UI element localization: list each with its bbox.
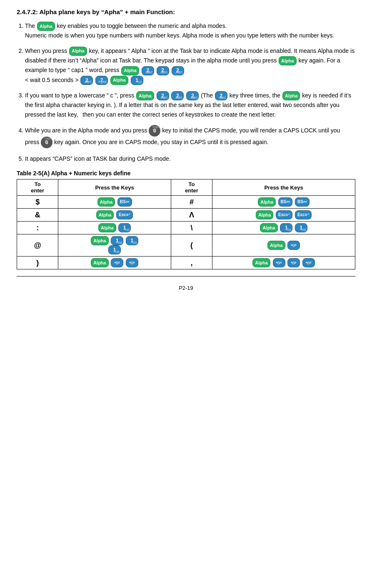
item5-text: It appears “CAPS” icon at TASK bar durin… <box>25 155 171 162</box>
item1-para2: Numeric mode is when you type numbers wi… <box>25 32 334 39</box>
left-enter-2: : <box>17 222 58 234</box>
list-item-3: If you want to type a lowercase “ c ”, p… <box>25 91 355 119</box>
num-key-2b: 2ABC <box>157 66 169 75</box>
col-header-0: Toenter <box>17 179 58 196</box>
col-header-2: Toenter <box>171 179 212 196</box>
section-title: 2.4.7.2: Alpha plane keys by “Apha” + ma… <box>17 8 355 15</box>
table-row: & Alpha Esc&^ Λ Alpha Esc&^ Esc&^ <box>17 209 355 222</box>
right-enter-3: ( <box>171 234 212 257</box>
table-row: @ Alpha 1:\@ 1:\@ 1:\@ ( Alpha •()# <box>17 234 355 257</box>
num-key-1: 1:\@ <box>131 76 143 85</box>
left-keys-2: Alpha 1:\@ <box>58 222 171 234</box>
dot-key-t5b: •()# <box>126 258 138 267</box>
caps-key-4b: Capssp0 <box>41 137 52 148</box>
col-header-1: Press the Keys <box>58 179 171 196</box>
bs-key-t1r1: BS## <box>278 197 293 207</box>
one-key-t4b: 1:\@ <box>126 236 138 245</box>
right-enter-2: \ <box>171 222 212 234</box>
item3-text-after: key three times, the <box>230 92 282 99</box>
item1-text-after: key enables you to toggle between the nu… <box>57 22 227 29</box>
list-item-4: While you are in the Alpha mode and you … <box>25 125 355 148</box>
bs-key-t1: BS## <box>117 197 132 207</box>
left-keys-3: Alpha 1:\@ 1:\@ 1:\@ <box>58 234 171 257</box>
dot-key-t5r1: •()# <box>273 258 285 267</box>
alpha-key-2-2: Alpha <box>279 56 297 65</box>
one-key-t4a: 1:\@ <box>111 236 123 245</box>
item4-text-before: While you are in the Alpha mode and you … <box>25 127 149 134</box>
item3-text-the: (The <box>201 92 215 99</box>
right-enter-4: , <box>171 257 212 269</box>
alpha-key-3-2: Alpha <box>282 91 300 100</box>
dot-key-t5a: •()# <box>111 258 123 267</box>
num-key-2a: 2ABC <box>142 66 154 75</box>
alpha-key-t3r: Alpha <box>260 223 278 232</box>
dot-key-t5r3: •()# <box>302 258 315 267</box>
left-enter-3: @ <box>17 234 58 257</box>
item1-text-before: The <box>25 22 35 29</box>
num-key-3-2c: 2ABC <box>186 91 199 100</box>
list-item-2: When you press Alpha key, it appears “ A… <box>25 46 355 85</box>
alpha-key-3-1: Alpha <box>136 91 154 100</box>
dot-key-t5r2: •()# <box>287 258 300 267</box>
item2-wait-text: < wait 0.5 seconds > <box>25 77 78 83</box>
num-key-2d: 2ABC <box>80 76 93 85</box>
page-number: P2-19 <box>17 285 355 291</box>
alpha-key-t4: Alpha <box>91 236 109 245</box>
num-key-3-2a: 2ABC <box>157 91 169 100</box>
alpha-key-2-1: Alpha <box>69 47 87 56</box>
dot-key-t4r: •()# <box>287 241 300 250</box>
right-enter-0: # <box>171 196 212 209</box>
list-item-5: It appears “CAPS” icon at TASK bar durin… <box>25 154 355 163</box>
left-enter-1: & <box>17 209 58 222</box>
item3-text-before: If you want to type a lowercase “ c ”, p… <box>25 92 136 99</box>
alpha-key-2-3: Alpha <box>121 66 139 75</box>
right-enter-1: Λ <box>171 209 212 222</box>
table-title: Table 2-5(A) Alpha + Numeric keys define <box>17 170 355 177</box>
alpha-key-1: Alpha <box>37 22 55 31</box>
alpha-key-t3: Alpha <box>98 223 116 232</box>
alpha-key-t5r: Alpha <box>252 258 270 267</box>
main-list: The Alpha key enables you to toggle betw… <box>25 21 355 163</box>
one-key-t4c: 1:\@ <box>108 245 121 254</box>
table-row: : Alpha 1:\@ \ Alpha 1:\@ 1:\@ <box>17 222 355 234</box>
left-enter-4: ) <box>17 257 58 269</box>
right-keys-1: Alpha Esc&^ Esc&^ <box>212 209 355 222</box>
right-keys-0: Alpha BS## BS## <box>212 196 355 209</box>
left-enter-0: $ <box>17 196 58 209</box>
esc-key-t2r2: Esc&^ <box>295 210 312 219</box>
left-keys-0: Alpha BS## <box>58 196 171 209</box>
right-keys-2: Alpha 1:\@ 1:\@ <box>212 222 355 234</box>
define-table: Toenter Press the Keys Toenter Press the… <box>17 179 355 269</box>
alpha-key-t5: Alpha <box>91 258 109 267</box>
esc-key-t2r1: Esc&^ <box>276 210 292 219</box>
caps-key-4a: Capssp0 <box>149 125 160 137</box>
list-item-1: The Alpha key enables you to toggle betw… <box>25 21 355 40</box>
table-row: $ Alpha BS## # Alpha BS## BS## <box>17 196 355 209</box>
num-key-3-2b: 2ABC <box>171 91 184 100</box>
alpha-key-t2: Alpha <box>96 210 114 219</box>
num-key-7: 7PQRS <box>95 76 108 85</box>
one-key-t3r1: 1:\@ <box>280 223 292 232</box>
alpha-key-t4r: Alpha <box>267 241 285 250</box>
one-key-t3: 1:\@ <box>118 223 131 232</box>
item2-text-before: When you press <box>25 47 67 54</box>
table-row: ) Alpha •()# •()# , Alpha •()# •()# •()# <box>17 257 355 269</box>
left-keys-4: Alpha •()# •()# <box>58 257 171 269</box>
num-key-3-note: 2ABC <box>215 91 227 100</box>
left-keys-1: Alpha Esc&^ <box>58 209 171 222</box>
right-keys-3: Alpha •()# <box>212 234 355 257</box>
footer-rule <box>17 276 355 277</box>
alpha-key-t2r: Alpha <box>256 210 274 219</box>
alpha-key-t1: Alpha <box>97 197 115 207</box>
bs-key-t1r2: BS## <box>295 197 310 207</box>
num-key-2c: 2ABC <box>172 66 184 75</box>
alpha-key-2-4: Alpha <box>110 76 128 85</box>
one-key-t3r2: 1:\@ <box>295 223 307 232</box>
col-header-3: Press the Keys <box>212 179 355 196</box>
right-keys-4: Alpha •()# •()# •()# <box>212 257 355 269</box>
item4-text-after: key again. Once you are in CAPS mode, yo… <box>54 139 268 145</box>
alpha-key-t1r: Alpha <box>258 197 276 207</box>
esc-key-t2: Esc&^ <box>116 210 133 219</box>
